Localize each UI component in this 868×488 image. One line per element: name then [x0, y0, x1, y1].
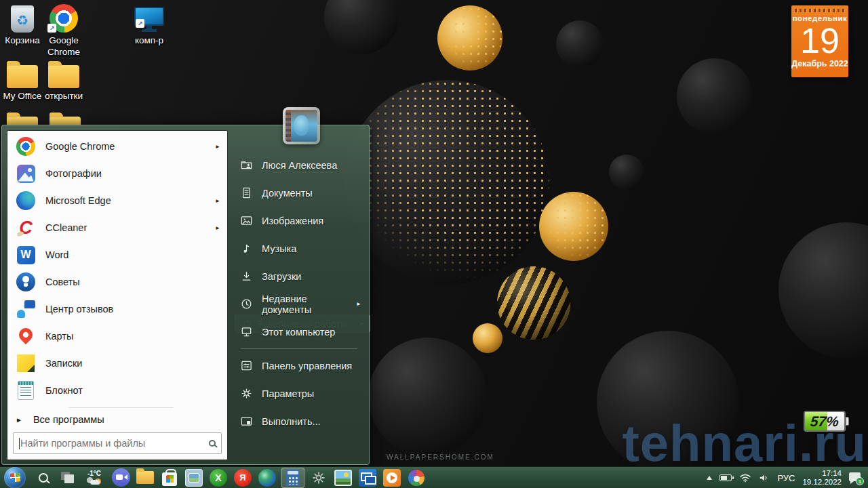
desktop-folder-partial[interactable]	[50, 113, 81, 126]
weather-icon: -1°C	[81, 470, 108, 485]
clock-date: 19.12.2022	[802, 478, 842, 487]
start-menu-item-this-computer[interactable]: Этот компьютер	[231, 318, 367, 346]
submenu-arrow-icon: ►	[215, 198, 220, 204]
taskbar-remote-desktop[interactable]	[355, 467, 380, 488]
taskbar-search-button[interactable]	[31, 467, 56, 488]
calendar-day: 19	[791, 22, 848, 59]
weather-widget[interactable]: -1°C	[80, 467, 108, 488]
start-menu-item-feedback-hub[interactable]: Центр отзывов	[7, 296, 227, 323]
search-input[interactable]	[20, 438, 209, 449]
start-menu-item-ccleaner[interactable]: C CCleaner ►	[7, 214, 227, 241]
system-tray: РУС 17:14 19.12.2022 1	[707, 467, 868, 488]
start-menu-item-documents[interactable]: Документы	[231, 179, 367, 207]
menu-item-label: Google Chrome	[45, 141, 215, 152]
wallpaper-sphere	[556, 20, 604, 68]
wallpaper-sphere	[497, 266, 570, 340]
start-menu-item-tips[interactable]: Советы	[7, 268, 227, 296]
notification-center-button[interactable]: 1	[849, 472, 861, 483]
search-icon	[39, 473, 48, 483]
menu-item-label: Документы	[262, 188, 361, 199]
calculator-icon	[286, 470, 300, 486]
menu-item-label: Советы	[45, 277, 220, 287]
desktop-icon-label: открытки	[42, 90, 85, 102]
menu-item-label: Фотографии	[45, 168, 220, 179]
start-menu-item-settings[interactable]: Параметры	[231, 380, 367, 407]
calendar-gadget[interactable]: понедельник 19 Декабрь 2022	[791, 5, 848, 77]
feedback-hub-icon	[16, 300, 35, 319]
menu-divider	[241, 348, 357, 349]
start-menu-item-google-chrome[interactable]: Google Chrome ►	[7, 133, 227, 160]
photos-app-icon	[185, 469, 203, 487]
taskbar-clock[interactable]: 17:14 19.12.2022	[802, 469, 842, 487]
start-menu-item-downloads[interactable]: Загрузки	[231, 262, 367, 290]
start-menu-item-recent-documents[interactable]: Недавние документы ►	[231, 290, 367, 318]
taskbar-chat-button[interactable]	[108, 467, 133, 488]
taskbar-photos-app[interactable]	[182, 467, 206, 488]
desktop-icon-computer[interactable]: ↗ комп-р	[127, 3, 171, 46]
clock-time: 17:14	[802, 469, 842, 478]
taskbar-file-explorer[interactable]	[133, 467, 157, 488]
submenu-arrow-icon: ►	[215, 225, 220, 231]
wifi-icon[interactable]	[739, 473, 751, 483]
media-player-icon	[383, 469, 401, 487]
desktop-icon-otkrytki[interactable]: открытки	[42, 58, 85, 102]
start-menu-item-photos[interactable]: Фотографии	[7, 160, 227, 187]
task-view-icon	[61, 472, 75, 484]
menu-item-label: CCleaner	[45, 222, 215, 233]
folder-icon	[7, 65, 38, 88]
taskbar-xbox[interactable]: X	[206, 467, 231, 488]
recent-clock-icon	[239, 298, 253, 311]
volume-icon[interactable]	[759, 473, 770, 483]
start-menu: Google Chrome ► Фотографии Microsoft Edg…	[1, 125, 370, 465]
taskbar-yandex-browser[interactable]: Я	[231, 467, 255, 488]
language-indicator[interactable]: РУС	[777, 473, 795, 483]
taskbar-sphere-browser[interactable]	[255, 467, 279, 488]
start-search-box[interactable]	[13, 432, 222, 454]
desktop-folder-partial[interactable]	[7, 113, 38, 126]
start-menu-item-notepad[interactable]: Блокнот	[7, 377, 227, 404]
word-icon: W	[17, 246, 35, 264]
chat-video-icon	[112, 468, 130, 487]
windows-orb-icon	[4, 467, 26, 488]
desktop-icon-label: комп-р	[127, 35, 171, 46]
desktop-icon-my-office[interactable]: My Office	[1, 58, 44, 102]
weather-temp: -1°C	[87, 470, 101, 477]
taskbar-microsoft-store[interactable]	[157, 467, 182, 488]
start-menu-item-word[interactable]: W Word	[7, 241, 227, 268]
battery-gadget[interactable]: 57%	[804, 411, 846, 432]
computer-icon	[239, 325, 253, 339]
taskbar-image-viewer[interactable]	[331, 467, 355, 488]
start-menu-item-pictures[interactable]: Изображения	[231, 207, 367, 235]
start-menu-item-maps[interactable]: Карты	[7, 323, 227, 350]
edge-icon	[16, 191, 35, 210]
notepad-icon	[18, 381, 34, 400]
battery-tray-icon[interactable]	[719, 474, 732, 481]
recycle-bin-icon: ♻	[11, 5, 34, 33]
taskbar-settings[interactable]	[307, 467, 331, 488]
start-menu-item-microsoft-edge[interactable]: Microsoft Edge ►	[7, 187, 227, 214]
menu-item-label: Карты	[45, 331, 220, 342]
tray-expand-icon[interactable]	[707, 476, 712, 480]
menu-divider	[68, 407, 173, 408]
notification-badge: 1	[856, 477, 864, 485]
taskbar-calculator-active[interactable]	[279, 467, 307, 488]
user-avatar[interactable]	[283, 107, 320, 144]
wallpaper-sphere	[344, 80, 549, 285]
start-menu-item-user-folder[interactable]: Люся Алексеева	[231, 151, 367, 179]
desktop-icon-google-chrome[interactable]: ↗ Google Chrome	[42, 3, 85, 58]
start-button[interactable]	[3, 467, 27, 488]
menu-item-label: Изображения	[262, 216, 361, 226]
menu-item-label: Записки	[45, 358, 220, 369]
all-programs-button[interactable]: ► Все программы	[7, 411, 227, 428]
taskbar-paint[interactable]	[404, 467, 429, 488]
calendar-perforation	[795, 9, 845, 12]
remote-desktop-icon	[359, 469, 376, 487]
desktop-icon-recycle-bin[interactable]: ♻ Корзина	[1, 3, 44, 46]
start-menu-item-music[interactable]: Музыка	[231, 235, 367, 262]
start-menu-item-run[interactable]: Выполнить...	[231, 407, 367, 435]
battery-percent: 57%	[804, 412, 846, 430]
taskbar-media-player[interactable]	[380, 467, 404, 488]
start-menu-item-sticky-notes[interactable]: Записки	[7, 350, 227, 377]
start-menu-item-control-panel[interactable]: Панель управления	[231, 352, 367, 380]
task-view-button[interactable]	[56, 467, 80, 488]
